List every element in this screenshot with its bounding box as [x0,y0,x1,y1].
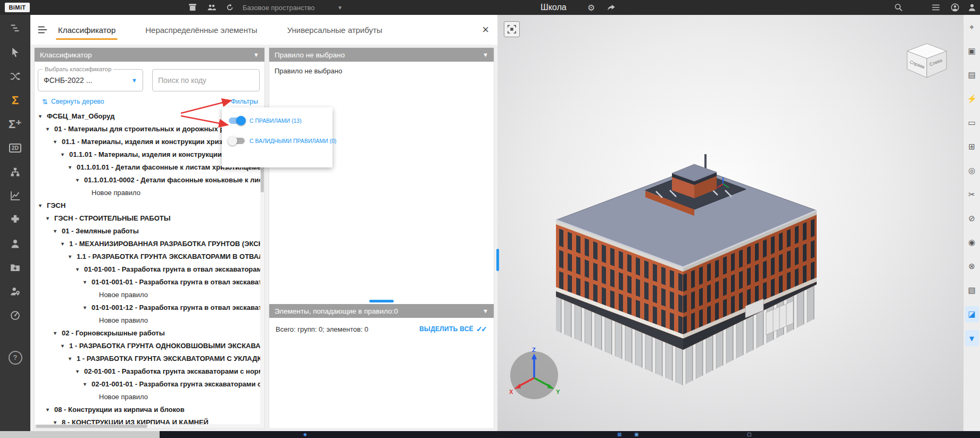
user-icon[interactable] [967,3,977,12]
classifier-sigma-icon[interactable]: Σ [0,88,30,112]
tree-expand-icon[interactable]: ▾ [61,343,69,349]
sync-icon[interactable] [225,3,235,12]
code-search-input[interactable] [153,70,259,91]
tree-expand-icon[interactable]: ▾ [46,126,54,132]
app-icon-1[interactable]: ◆ [303,432,307,437]
clash-tool[interactable]: ⚡ [965,91,979,107]
selection-box-tool[interactable]: ▧ [965,282,979,298]
with-rules-toggle-row[interactable]: С ПРАВИЛАМИ (13) [229,117,326,124]
tree-new-rule-item[interactable]: Новое правило [35,314,264,326]
tree-item[interactable]: ▾ГЭСН - СТРОИТЕЛЬНЫЕ РАБОТЫ [35,212,264,224]
clip-box-tool[interactable]: ◪ [965,306,979,322]
tree-item[interactable]: ▾1 - РАЗРАБОТКА ГРУНТА ЭКСКАВАТОРАМИ С У… [35,352,264,365]
tree-item[interactable]: ▾01 - Земляные работы [35,224,264,237]
filter-elements-tool[interactable]: ▼ [965,330,979,346]
tree-new-rule-item[interactable]: Новое правило [35,390,264,403]
charts-icon[interactable] [0,184,30,208]
tree-item[interactable]: ▾02 - Горновскрышные работы [35,326,264,339]
dashboard-icon[interactable] [0,304,30,327]
navigation-cube[interactable]: Справа Слева [903,38,951,81]
focus-tool[interactable]: ◎ [965,163,979,179]
bimit-logo[interactable]: BiMiT [5,3,30,12]
help-icon[interactable]: ? [0,346,30,369]
tree-expand-icon[interactable]: ▾ [54,139,62,145]
grid-tool[interactable]: ⊞ [965,139,979,155]
tab-universal-attributes[interactable]: Универсальные атрибуты [287,15,383,45]
tree-expand-icon[interactable]: ▾ [61,151,69,157]
search-icon[interactable] [894,3,903,12]
ghost-tool[interactable]: ⊗ [965,258,979,274]
share-icon[interactable] [607,3,616,12]
shared-folder-icon[interactable] [0,256,30,280]
tab-classifier[interactable]: Классификатор [58,15,115,45]
tree-expand-icon[interactable]: ▾ [39,113,47,119]
dependencies-icon[interactable] [0,64,30,88]
rule-section-header[interactable]: Правило не выбрано ▼ [269,48,494,62]
tree-expand-icon[interactable]: ▾ [69,356,77,361]
tree-expand-icon[interactable]: ▾ [46,407,54,412]
tree-item[interactable]: ▾08 - Конструкции из кирпича и блоков [35,403,264,416]
elements-section-header[interactable]: Элементы, попадающие в правило:0 ▼ [269,304,494,318]
menu-list-icon[interactable] [931,3,941,12]
structure-icon[interactable] [0,160,30,184]
orientation-gizmo[interactable]: Z X Y [505,346,563,405]
close-panel-icon[interactable]: × [482,24,489,36]
with-valid-rules-toggle-row[interactable]: С ВАЛИДНЫМИ ПРАВИЛАМИ (0) [229,138,326,144]
tree-item[interactable]: ▾8 - КОНСТРУКЦИИ ИЗ КИРПИЧА И КАМНЕЙ [35,416,264,424]
tree-expand-icon[interactable]: ▾ [61,241,69,247]
splitter-handle[interactable] [369,300,394,302]
tree-item[interactable]: ▾ГЭСН [35,199,264,212]
tree-expand-icon[interactable]: ▾ [69,254,77,259]
tree-item[interactable]: ▾02-01-001 - Разработка грунта экскавато… [35,365,264,377]
settings-gear-icon[interactable]: ⚙ [587,0,595,15]
tree-new-rule-item[interactable]: Новое правило [35,288,264,301]
tree-expand-icon[interactable]: ▾ [84,381,92,387]
collapse-tree-button[interactable]: ⇅ Свернуть дерево [42,98,104,106]
classifier-section-header[interactable]: Классификатор ▼ [35,48,264,62]
tree-expand-icon[interactable]: ▾ [84,305,92,310]
app-icon-2[interactable]: ▦ [617,432,622,437]
tree-expand-icon[interactable]: ▾ [76,368,84,374]
tree-expand-icon[interactable]: ▾ [84,279,92,285]
app-icon-3[interactable]: ▣ [634,432,639,437]
tree-item[interactable]: ▾01-01-001-12 - Разработка грунта в отва… [35,301,264,314]
model-tree-icon[interactable] [0,16,30,40]
classifier-select[interactable]: Выбрать классификатор ФСНБ-2022 ... ▼ [38,69,143,91]
tree-item[interactable]: ▾01.1.01.01-0002 - Детали фасонные коньк… [35,173,264,186]
workspace-selector[interactable]: Базовое пространство ▼ [243,0,343,15]
hide-tool[interactable]: ⊘ [965,210,979,226]
viewport-3d[interactable]: Справа Слева Z X Y [497,15,980,431]
tree-expand-icon[interactable]: ▾ [54,330,62,336]
tree-expand-icon[interactable]: ▾ [54,419,62,425]
classifier-sigma-plus-icon[interactable]: Σ⁺ [0,112,30,136]
team-icon[interactable] [207,3,217,12]
tree-item[interactable]: ▾01-01-001 - Разработка грунта в отвал э… [35,263,264,275]
tree-item[interactable]: ▾1 - МЕХАНИЗИРОВАННАЯ РАЗРАБОТКА ГРУНТОВ… [35,237,264,250]
tree-expand-icon[interactable]: ▾ [54,228,62,234]
tree-expand-icon[interactable]: ▾ [69,164,77,170]
tree-new-rule-item[interactable]: Новое правило [35,186,264,199]
isolate-tool[interactable]: ◉ [965,234,979,250]
plugins-icon[interactable] [0,208,30,232]
section-tool[interactable]: ✂ [965,187,979,203]
tree-item[interactable]: ▾1.1 - РАЗРАБОТКА ГРУНТА ЭКСКАВАТОРАМИ В… [35,250,264,263]
tree-horizontal-scrollbar[interactable] [35,424,264,428]
tree-item[interactable]: ▾1 - РАЗРАБОТКА ГРУНТА ОДНОКОВШОВЫМИ ЭКС… [35,339,264,352]
views-tool[interactable]: ▤ [965,67,979,83]
fit-to-view-button[interactable] [504,21,520,37]
tree-expand-icon[interactable]: ▾ [46,215,54,221]
tree-item[interactable]: ▾02-01-001-01 - Разработка грунта экскав… [35,377,264,390]
panel-menu-icon[interactable] [37,24,48,36]
tree-expand-icon[interactable]: ▾ [76,177,84,183]
tree-expand-icon[interactable]: ▾ [39,203,47,208]
archive-box-icon[interactable] [188,3,197,12]
select-cursor-icon[interactable] [0,40,30,64]
fit-view-tool[interactable]: ⌖ [965,19,979,35]
panel-resize-handle[interactable] [496,249,499,271]
tree-item[interactable]: ▾01-01-001-01 - Разработка грунта в отва… [35,275,264,288]
select-all-button[interactable]: ВЫДЕЛИТЬ ВСЁ ✓✓ [419,325,487,333]
screenshot-tool[interactable]: ▣ [965,43,979,59]
with-valid-rules-toggle[interactable] [229,138,245,144]
with-rules-toggle[interactable] [229,117,245,124]
app-icon-4[interactable]: ▢ [747,432,752,437]
